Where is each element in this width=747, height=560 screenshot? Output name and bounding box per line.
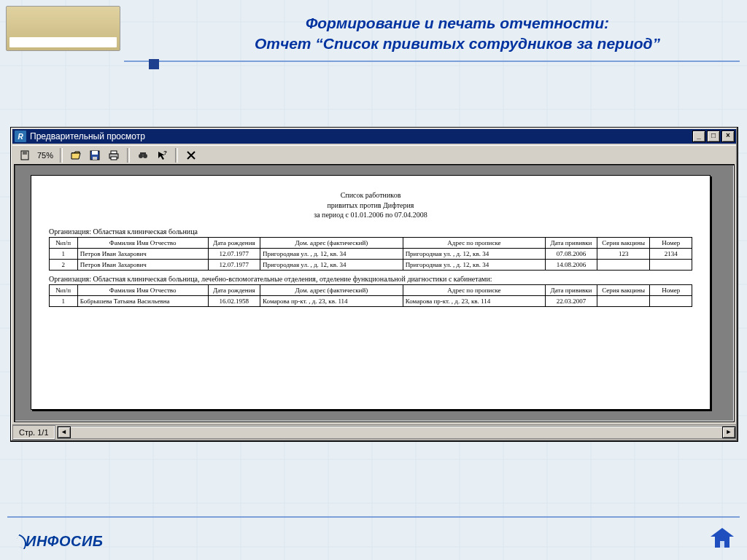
- svg-rect-9: [140, 152, 146, 155]
- table-row: 2Петров Иван Захарович12.07.1977Пригород…: [50, 259, 692, 270]
- col-header: Дата рождения: [208, 284, 260, 295]
- minimize-button[interactable]: _: [692, 131, 705, 142]
- org-label: Организация: Областная клиническая больн…: [49, 275, 692, 283]
- col-header: Адрес по прописке: [403, 284, 546, 295]
- col-header: Фамилия Имя Отчество: [77, 237, 208, 248]
- col-header: №п/п: [50, 284, 78, 295]
- col-header: Дата прививки: [546, 237, 597, 248]
- headline-line-1: Формирование и печать отчетности:: [190, 13, 725, 34]
- floppy-icon: [90, 150, 100, 160]
- svg-rect-4: [111, 151, 117, 154]
- slide-headline: Формирование и печать отчетности: Отчет …: [190, 13, 725, 55]
- save-button[interactable]: [87, 147, 103, 163]
- col-header: Серия вакцины: [597, 237, 650, 248]
- col-header: Дата прививки: [546, 284, 597, 295]
- headline-line-2: Отчет “Список привитых сотрудников за пе…: [190, 34, 725, 54]
- open-button[interactable]: [68, 147, 84, 163]
- fit-page-icon: [20, 150, 30, 160]
- window-title: Предварительный просмотр: [30, 131, 145, 141]
- col-header: №п/п: [50, 237, 78, 248]
- report-title-l2: привитых против Дифтерия: [49, 201, 692, 211]
- report-title-l1: Список работников: [49, 190, 692, 201]
- fit-page-button[interactable]: [17, 147, 33, 163]
- x-icon: [187, 151, 196, 160]
- report-title-l3: за период с 01.01.2006 по 07.04.2008: [49, 210, 692, 220]
- table-row: 1Петров Иван Захарович12.07.1977Пригород…: [50, 248, 692, 259]
- header-tab: [149, 59, 159, 69]
- svg-rect-6: [111, 157, 117, 160]
- col-header: Серия вакцины: [597, 284, 650, 295]
- close-preview-button[interactable]: [183, 147, 199, 163]
- footer-logo: ИНФОСИБ: [16, 533, 104, 550]
- horizontal-scrollbar[interactable]: ◄ ►: [57, 426, 736, 439]
- table-row: 1Бобрышева Татьяна Васильевна16.02.1958К…: [50, 295, 692, 306]
- status-bar: Стр. 1/1 ◄ ►: [12, 424, 736, 440]
- find-button[interactable]: [135, 147, 151, 163]
- col-header: Адрес по прописке: [403, 237, 546, 248]
- document-area[interactable]: Список работников привитых против Дифтер…: [14, 164, 735, 422]
- header-rule: [124, 61, 740, 62]
- title-bar: R Предварительный просмотр _ □ ×: [12, 129, 736, 144]
- svg-text:?: ?: [163, 150, 167, 156]
- print-preview-window: R Предварительный просмотр _ □ × 75%: [10, 127, 738, 442]
- folder-open-icon: [71, 150, 81, 160]
- svg-rect-3: [93, 157, 97, 160]
- print-button[interactable]: [106, 147, 122, 163]
- footer-rule: [7, 516, 740, 518]
- org-label: Организация: Областная клиническая больн…: [49, 228, 692, 236]
- help-pointer-icon: ?: [157, 150, 167, 160]
- zoom-value[interactable]: 75%: [36, 151, 55, 160]
- printer-icon: [109, 150, 119, 160]
- col-header: Номер: [650, 284, 692, 295]
- home-button[interactable]: [711, 528, 734, 550]
- col-header: Фамилия Имя Отчество: [77, 284, 208, 295]
- report-title: Список работников привитых против Дифтер…: [49, 190, 692, 220]
- toolbar: 75% ?: [12, 145, 736, 165]
- svg-rect-2: [92, 151, 98, 155]
- maximize-button[interactable]: □: [707, 131, 720, 142]
- report-table: №п/пФамилия Имя ОтчествоДата рожденияДом…: [49, 237, 692, 271]
- help-button[interactable]: ?: [154, 147, 170, 163]
- page-indicator: Стр. 1/1: [12, 425, 55, 440]
- report-table: №п/пФамилия Имя ОтчествоДата рожденияДом…: [49, 284, 692, 307]
- col-header: Дом. адрес (фактический): [260, 237, 403, 248]
- scroll-left-button[interactable]: ◄: [58, 427, 71, 438]
- binoculars-icon: [138, 150, 148, 160]
- col-header: Номер: [650, 237, 692, 248]
- slide-corner-logo: [6, 6, 120, 51]
- close-button[interactable]: ×: [721, 131, 735, 142]
- report-page: Список работников привитых против Дифтер…: [31, 175, 711, 410]
- col-header: Дата рождения: [208, 237, 260, 248]
- scroll-right-button[interactable]: ►: [722, 427, 735, 438]
- app-icon: R: [14, 130, 27, 143]
- col-header: Дом. адрес (фактический): [260, 284, 403, 295]
